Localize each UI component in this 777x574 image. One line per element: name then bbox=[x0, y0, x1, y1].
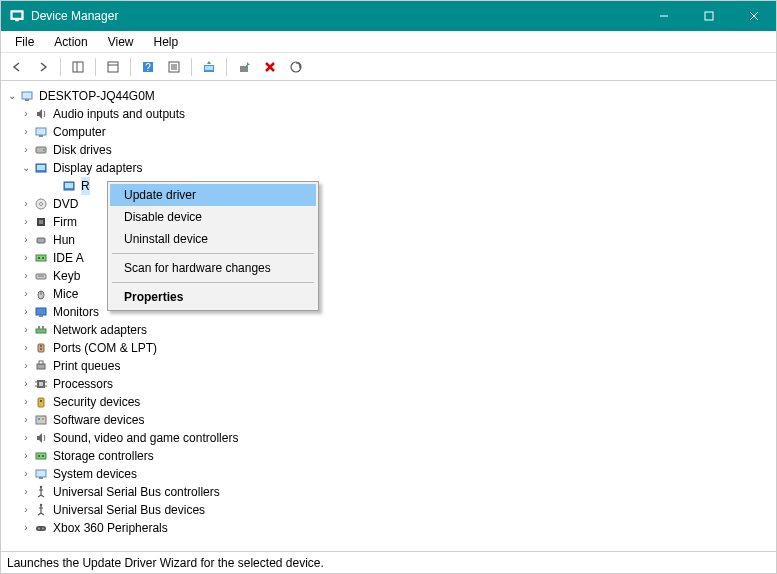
expand-icon[interactable]: › bbox=[19, 483, 33, 501]
enable-device-button[interactable] bbox=[232, 56, 256, 78]
svg-rect-47 bbox=[39, 315, 43, 317]
expand-icon[interactable]: › bbox=[19, 393, 33, 411]
tree-item-computer[interactable]: ›Computer bbox=[19, 123, 772, 141]
svg-point-76 bbox=[42, 528, 44, 530]
uninstall-device-button[interactable] bbox=[258, 56, 282, 78]
svg-rect-38 bbox=[37, 238, 45, 243]
storage-icon bbox=[33, 448, 49, 464]
svg-point-72 bbox=[40, 486, 42, 488]
expand-icon[interactable]: › bbox=[19, 429, 33, 447]
tree-item-disk[interactable]: ›Disk drives bbox=[19, 141, 772, 159]
titlebar: Device Manager bbox=[1, 1, 776, 31]
display-adapter-icon bbox=[61, 178, 77, 194]
svg-rect-64 bbox=[36, 416, 46, 424]
svg-rect-74 bbox=[36, 526, 46, 531]
expand-icon[interactable]: › bbox=[19, 141, 33, 159]
window-title: Device Manager bbox=[31, 9, 641, 23]
expand-icon[interactable]: › bbox=[19, 321, 33, 339]
expand-icon[interactable]: › bbox=[19, 213, 33, 231]
tree-item-display[interactable]: ⌄Display adapters bbox=[19, 159, 772, 177]
collapse-icon[interactable]: ⌄ bbox=[19, 159, 33, 177]
svg-rect-1 bbox=[13, 13, 22, 18]
svg-rect-71 bbox=[39, 477, 43, 479]
context-menu: Update driver Disable device Uninstall d… bbox=[107, 181, 319, 311]
tree-item-audio[interactable]: ›Audio inputs and outputs bbox=[19, 105, 772, 123]
tree-root[interactable]: ⌄ DESKTOP-JQ44G0M bbox=[5, 87, 772, 105]
expand-icon[interactable]: › bbox=[19, 195, 33, 213]
context-uninstall-device[interactable]: Uninstall device bbox=[110, 228, 316, 250]
expand-icon[interactable]: › bbox=[19, 105, 33, 123]
expand-icon[interactable]: › bbox=[19, 267, 33, 285]
expand-icon[interactable]: › bbox=[19, 123, 33, 141]
tree-item-network[interactable]: ›Network adapters bbox=[19, 321, 772, 339]
context-properties[interactable]: Properties bbox=[110, 286, 316, 308]
svg-rect-55 bbox=[39, 361, 43, 364]
tree-item-processors[interactable]: ›Processors bbox=[19, 375, 772, 393]
context-update-driver[interactable]: Update driver bbox=[110, 184, 316, 206]
context-separator bbox=[112, 282, 314, 283]
svg-rect-54 bbox=[37, 364, 45, 369]
expand-icon[interactable]: › bbox=[19, 375, 33, 393]
help-button[interactable]: ? bbox=[136, 56, 160, 78]
tree-item-storage[interactable]: ›Storage controllers bbox=[19, 447, 772, 465]
disk-icon bbox=[33, 142, 49, 158]
scan-hardware-button[interactable] bbox=[284, 56, 308, 78]
expand-icon[interactable]: › bbox=[19, 519, 33, 537]
tree-item-software[interactable]: ›Software devices bbox=[19, 411, 772, 429]
svg-rect-7 bbox=[73, 62, 83, 72]
tree-item-security[interactable]: ›Security devices bbox=[19, 393, 772, 411]
window-controls bbox=[641, 1, 776, 31]
tree-item-usb-devices[interactable]: ›Universal Serial Bus devices bbox=[19, 501, 772, 519]
toolbar-separator bbox=[60, 58, 61, 76]
system-icon bbox=[33, 466, 49, 482]
svg-rect-65 bbox=[38, 418, 40, 420]
close-button[interactable] bbox=[731, 1, 776, 31]
device-tree: ⌄ DESKTOP-JQ44G0M ›Audio inputs and outp… bbox=[5, 87, 772, 537]
back-button[interactable] bbox=[5, 56, 29, 78]
toolbar-separator bbox=[191, 58, 192, 76]
properties-button[interactable] bbox=[101, 56, 125, 78]
expand-icon[interactable]: › bbox=[19, 249, 33, 267]
svg-rect-2 bbox=[15, 20, 19, 22]
tree-item-sound[interactable]: ›Sound, video and game controllers bbox=[19, 429, 772, 447]
expand-icon[interactable]: › bbox=[19, 339, 33, 357]
menu-help[interactable]: Help bbox=[144, 33, 189, 51]
menu-file[interactable]: File bbox=[5, 33, 44, 51]
svg-rect-4 bbox=[705, 12, 713, 20]
svg-point-40 bbox=[38, 257, 40, 259]
menu-action[interactable]: Action bbox=[44, 33, 97, 51]
gamepad-icon bbox=[33, 520, 49, 536]
expand-icon[interactable]: › bbox=[19, 411, 33, 429]
forward-button[interactable] bbox=[31, 56, 55, 78]
tree-item-ports[interactable]: ›Ports (COM & LPT) bbox=[19, 339, 772, 357]
expand-icon[interactable]: › bbox=[19, 303, 33, 321]
show-hide-console-tree-button[interactable] bbox=[66, 56, 90, 78]
controller-icon bbox=[33, 250, 49, 266]
toolbar: ? bbox=[1, 53, 776, 81]
tree-item-xbox[interactable]: ›Xbox 360 Peripherals bbox=[19, 519, 772, 537]
update-driver-button[interactable] bbox=[197, 56, 221, 78]
tree-item-usb-controllers[interactable]: ›Universal Serial Bus controllers bbox=[19, 483, 772, 501]
tree-item-system[interactable]: ›System devices bbox=[19, 465, 772, 483]
expand-icon[interactable]: ⌄ bbox=[5, 87, 19, 105]
expand-icon[interactable]: › bbox=[19, 501, 33, 519]
usb-icon bbox=[33, 484, 49, 500]
network-icon bbox=[33, 322, 49, 338]
expand-icon[interactable]: › bbox=[19, 357, 33, 375]
expand-icon[interactable]: › bbox=[19, 447, 33, 465]
content-area: ⌄ DESKTOP-JQ44G0M ›Audio inputs and outp… bbox=[1, 81, 776, 551]
tree-item-printq[interactable]: ›Print queues bbox=[19, 357, 772, 375]
expand-icon[interactable]: › bbox=[19, 231, 33, 249]
software-icon bbox=[33, 412, 49, 428]
context-scan-hardware[interactable]: Scan for hardware changes bbox=[110, 257, 316, 279]
context-disable-device[interactable]: Disable device bbox=[110, 206, 316, 228]
maximize-button[interactable] bbox=[686, 1, 731, 31]
expand-icon[interactable]: › bbox=[19, 285, 33, 303]
action-button[interactable] bbox=[162, 56, 186, 78]
svg-point-35 bbox=[40, 203, 43, 206]
svg-rect-33 bbox=[65, 183, 73, 188]
expand-icon[interactable]: › bbox=[19, 465, 33, 483]
menu-view[interactable]: View bbox=[98, 33, 144, 51]
minimize-button[interactable] bbox=[641, 1, 686, 31]
svg-rect-50 bbox=[42, 326, 44, 329]
